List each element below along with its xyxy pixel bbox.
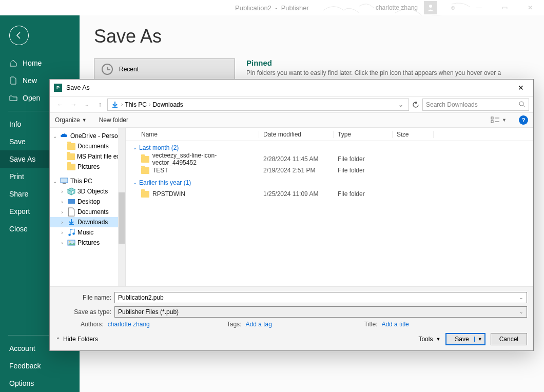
authors-value[interactable]: charlotte zhang xyxy=(108,321,150,328)
new-folder-button[interactable]: New folder xyxy=(99,116,128,124)
tree-documents[interactable]: ›Documents xyxy=(50,207,125,217)
publisher-icon: P xyxy=(54,84,62,92)
tree-thispc[interactable]: ⌄This PC xyxy=(50,176,125,186)
clock-icon xyxy=(102,64,113,75)
pinned-text: Pin folders you want to easily find late… xyxy=(246,69,501,76)
breadcrumb-dropdown[interactable]: ⌄ xyxy=(396,101,405,108)
col-type[interactable]: Type xyxy=(334,131,393,138)
authors-label: Authors: xyxy=(81,321,104,328)
filename-label: File name: xyxy=(56,294,111,301)
folder-icon xyxy=(141,167,149,174)
col-name[interactable]: Name xyxy=(126,131,259,138)
folder-tree: ⌄OneDrive - Persor Documents MS Paint fi… xyxy=(50,128,126,286)
nav-forward-button[interactable]: → xyxy=(67,99,80,111)
nav-back-button[interactable]: ← xyxy=(54,99,66,111)
view-options-button[interactable]: ▼ xyxy=(491,116,507,124)
cancel-button[interactable]: Cancel xyxy=(491,333,527,345)
save-button[interactable]: Save▼ xyxy=(445,333,485,345)
maximize-button[interactable]: ▭ xyxy=(495,1,514,15)
tools-dropdown[interactable]: Tools ▼ xyxy=(418,336,440,343)
refresh-button[interactable] xyxy=(410,99,421,110)
tree-od-documents[interactable]: Documents xyxy=(50,141,125,151)
search-input[interactable]: Search Downloads xyxy=(422,99,529,111)
file-row[interactable]: RPSTDWIN 1/25/2024 11:09 AM File folder xyxy=(126,188,533,200)
svg-point-11 xyxy=(72,232,75,235)
tags-label: Tags: xyxy=(227,321,242,328)
tree-music[interactable]: ›Music xyxy=(50,227,125,238)
crumb-downloads[interactable]: Downloads xyxy=(152,101,183,108)
col-date[interactable]: Date modified xyxy=(259,131,334,138)
svg-point-1 xyxy=(519,102,523,106)
title-value[interactable]: Add a title xyxy=(381,321,409,328)
nav-feedback[interactable]: Feedback xyxy=(0,357,80,375)
hide-folders-button[interactable]: ⌃Hide Folders xyxy=(56,336,98,343)
folder-icon xyxy=(141,156,149,163)
recent-card[interactable]: Recent xyxy=(94,58,235,80)
search-placeholder: Search Downloads xyxy=(426,101,478,108)
filename-field[interactable]: Publication2.pub⌄ xyxy=(114,292,527,303)
nav-home[interactable]: Home xyxy=(0,54,80,72)
svg-rect-7 xyxy=(61,178,68,183)
file-row[interactable]: TEST 2/19/2024 2:51 PM File folder xyxy=(126,165,533,176)
back-button[interactable] xyxy=(9,26,29,45)
file-list: Name Date modified Type Size ⌄Last month… xyxy=(126,128,533,286)
pinned-title: Pinned xyxy=(246,58,501,67)
nav-recent-dropdown[interactable]: ⌄ xyxy=(81,99,93,111)
tags-value[interactable]: Add a tag xyxy=(245,321,271,328)
tree-3d-objects[interactable]: ›3D Objects xyxy=(50,186,125,197)
window-title: Publication2 - Publisher xyxy=(235,4,309,12)
tree-od-pictures[interactable]: Pictures xyxy=(50,162,125,172)
svg-rect-8 xyxy=(63,183,66,184)
title-meta-label: Title: xyxy=(364,321,378,328)
save-as-dialog: P Save As ✕ ← → ⌄ ↑ › This PC › Download… xyxy=(49,79,534,351)
titlebar: Publication2 - Publisher charlotte zhang… xyxy=(0,0,544,15)
svg-point-13 xyxy=(69,241,71,243)
tree-desktop[interactable]: ›Desktop xyxy=(50,197,125,207)
tree-downloads[interactable]: ›Downloads xyxy=(50,217,125,227)
savetype-label: Save as type: xyxy=(56,308,111,316)
tree-scrollbar[interactable] xyxy=(118,128,125,286)
svg-rect-4 xyxy=(491,121,493,123)
group-earlier-year[interactable]: ⌄Earlier this year (1) xyxy=(126,176,533,188)
close-window-button[interactable]: ✕ xyxy=(520,1,540,15)
dialog-close-button[interactable]: ✕ xyxy=(514,82,528,94)
recent-label: Recent xyxy=(119,66,139,73)
downloads-icon xyxy=(111,101,119,109)
crumb-thispc[interactable]: This PC xyxy=(125,101,147,108)
save-dropdown-arrow[interactable]: ▼ xyxy=(474,337,482,342)
organize-dropdown[interactable]: Organize ▼ xyxy=(55,116,87,124)
breadcrumb[interactable]: › This PC › Downloads ⌄ xyxy=(107,99,409,111)
savetype-field[interactable]: Publisher Files (*.pub)⌄ xyxy=(114,306,527,318)
search-icon xyxy=(519,101,526,108)
folder-icon xyxy=(141,191,149,198)
dialog-title: Save As xyxy=(66,84,90,91)
tree-od-paint[interactable]: MS Paint file exa xyxy=(50,151,125,162)
svg-line-2 xyxy=(523,105,525,107)
svg-point-10 xyxy=(68,233,71,236)
svg-rect-3 xyxy=(491,117,493,119)
page-title: Save As xyxy=(94,26,530,47)
file-row[interactable]: vecteezy_ssd-line-icon-vector_4495452 2/… xyxy=(126,153,533,165)
svg-rect-9 xyxy=(68,199,75,204)
nav-up-button[interactable]: ↑ xyxy=(94,99,106,111)
tree-onedrive[interactable]: ⌄OneDrive - Persor xyxy=(50,131,125,141)
nav-options[interactable]: Options xyxy=(0,375,80,392)
help-button[interactable]: ? xyxy=(519,115,528,125)
tree-pictures[interactable]: ›Pictures xyxy=(50,238,125,248)
col-size[interactable]: Size xyxy=(393,131,434,138)
